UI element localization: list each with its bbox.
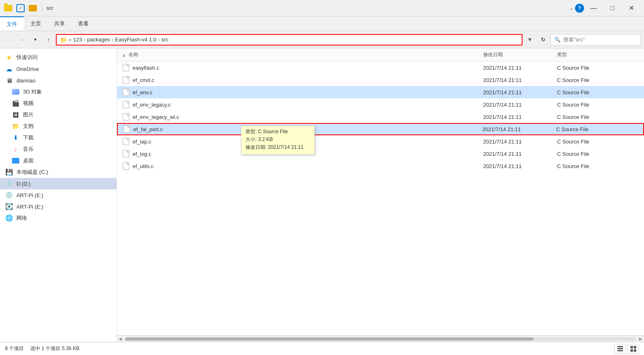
large-icons-view-icon <box>630 346 636 352</box>
sidebar-item-drive-e2[interactable]: 💽 ART-Pi (E:) <box>0 201 117 212</box>
file-row[interactable]: ef_env_legacy_wl.c 2021/7/14 21:11 C Sou… <box>117 111 644 123</box>
file-icon <box>122 137 130 146</box>
file-list-body[interactable]: easyflash.c 2021/7/14 21:11 C Source Fil… <box>117 61 644 335</box>
sidebar-item-documents[interactable]: 📁 文档 <box>0 121 117 132</box>
svg-rect-6 <box>634 349 636 352</box>
scroll-track[interactable] <box>125 337 636 341</box>
tab-share[interactable]: 共享 <box>48 16 71 31</box>
file-date: 2021/7/14 21:11 <box>483 163 557 169</box>
file-icon <box>123 125 131 133</box>
file-date: 2021/7/14 21:11 <box>483 114 557 120</box>
file-name: easyflash.c <box>133 65 483 71</box>
scroll-up-arrow[interactable]: ▲ <box>122 52 128 58</box>
file-row[interactable]: ef_iap.c 2021/7/14 21:11 C Source File <box>117 135 644 148</box>
file-row[interactable]: ef_utils.c 2021/7/14 21:11 C Source File <box>117 160 644 172</box>
up-button[interactable]: ↑ <box>43 34 54 46</box>
col-header-name[interactable]: 名称 <box>128 51 483 58</box>
close-button[interactable]: ✕ <box>622 0 641 16</box>
maximize-button[interactable]: □ <box>603 0 622 16</box>
folder-doc-icon: 📁 <box>11 122 20 130</box>
status-bar-right <box>614 344 639 354</box>
sidebar-label-onedrive: OneDrive <box>16 66 39 72</box>
search-box[interactable]: 🔍 <box>550 34 641 46</box>
file-date: 2021/7/14 21:11 <box>482 126 556 132</box>
title-bar-right: ⌄ ? <box>569 0 584 16</box>
tooltip-type: 类型: C Source File <box>245 128 310 135</box>
back-button[interactable]: ← <box>3 34 15 46</box>
svg-rect-1 <box>617 348 623 349</box>
sidebar-label-downloads: 下载 <box>23 134 34 141</box>
minimize-button[interactable]: — <box>584 0 603 16</box>
file-date: 2021/7/14 21:11 <box>483 139 557 145</box>
file-list-header: ▲ 名称 修改日期 类型 <box>117 48 644 61</box>
tab-file[interactable]: 文件 <box>0 16 24 31</box>
help-button[interactable]: ? <box>575 4 584 13</box>
scroll-right-button[interactable]: ▶ <box>637 336 644 342</box>
sidebar-item-drive-e1[interactable]: 💿 ART-Pi (E:) <box>0 189 117 201</box>
file-date: 2021/7/14 21:11 <box>483 89 557 96</box>
file-row-selected[interactable]: ef_fal_port.c 2021/7/14 21:11 C Source F… <box>117 123 644 135</box>
col-header-type[interactable]: 类型 <box>557 51 639 58</box>
file-name: ef_env.c <box>133 89 483 96</box>
sidebar-item-quick-access[interactable]: ★ 快速访问 <box>0 52 117 63</box>
file-row[interactable]: easyflash.c 2021/7/14 21:11 C Source Fil… <box>117 61 644 74</box>
file-row[interactable]: ef_env_legacy.c 2021/7/14 21:11 C Source… <box>117 98 644 111</box>
divider <box>42 4 42 12</box>
sidebar-item-3d-objects[interactable]: 3D 对象 <box>0 86 117 98</box>
path-segment-packages[interactable]: packages <box>87 36 110 43</box>
view-large-icons-button[interactable] <box>628 344 639 354</box>
file-type: C Source File <box>557 77 639 83</box>
recent-locations-button[interactable]: ▼ <box>30 34 41 46</box>
file-date: 2021/7/14 21:11 <box>483 65 557 71</box>
file-name: ef_env_legacy.c <box>133 102 483 108</box>
sidebar-item-pictures[interactable]: 🖼 图片 <box>0 109 117 121</box>
svg-rect-2 <box>617 350 623 351</box>
path-segment-easyflash[interactable]: EasyFlash-v4.1.0 <box>115 36 156 43</box>
file-type: C Source File <box>557 151 639 157</box>
sidebar-item-video[interactable]: 🎬 视频 <box>0 98 117 109</box>
search-icon: 🔍 <box>554 36 561 43</box>
svg-rect-4 <box>634 346 636 348</box>
sidebar-item-downloads[interactable]: ⬇ 下载 <box>0 132 117 143</box>
view-details-button[interactable] <box>614 344 626 354</box>
sidebar-item-network[interactable]: 🌐 网络 <box>0 212 117 224</box>
file-row[interactable]: ef_log.c 2021/7/14 21:11 C Source File <box>117 148 644 160</box>
sidebar-item-drive-d[interactable]: 💿 D (D:) <box>0 178 117 189</box>
forward-button[interactable]: → <box>16 34 28 46</box>
scroll-left-button[interactable]: ◀ <box>117 336 124 342</box>
file-icon <box>122 100 130 109</box>
sidebar-item-onedrive[interactable]: ☁ OneDrive <box>0 63 117 75</box>
refresh-button[interactable]: ↻ <box>537 34 549 46</box>
sidebar-item-drive-c[interactable]: 💾 本地磁盘 (C:) <box>0 166 117 178</box>
sidebar-item-desktop[interactable]: 桌面 <box>0 155 117 166</box>
ribbon-collapse-chevron[interactable]: ⌄ <box>569 5 573 11</box>
file-row[interactable]: ef_cmd.c 2021/7/14 21:11 C Source File <box>117 74 644 86</box>
file-name: ef_cmd.c <box>133 77 483 83</box>
path-segment-src[interactable]: src <box>161 36 168 43</box>
sidebar-item-music[interactable]: ♪ 音乐 <box>0 143 117 155</box>
scroll-thumb[interactable] <box>125 337 534 341</box>
drive-d-icon: 💿 <box>5 180 13 188</box>
file-row[interactable]: ef_env.c 2021/7/14 21:11 C Source File <box>117 86 644 98</box>
address-dropdown-button[interactable]: ▼ <box>524 34 536 46</box>
path-segment-123[interactable]: 123 <box>73 36 82 43</box>
drive-c-icon: 💾 <box>5 168 13 176</box>
tab-view[interactable]: 查看 <box>71 16 95 31</box>
file-icon <box>122 64 130 72</box>
sidebar-item-diannao[interactable]: 🖥 diannao <box>0 75 117 86</box>
svg-rect-3 <box>630 346 633 348</box>
sidebar-label-diannao: diannao <box>16 77 35 84</box>
folder-3d-icon <box>11 88 20 96</box>
cloud-icon: ☁ <box>5 65 13 73</box>
title-bar: ✓ src ⌄ ? — □ ✕ <box>0 0 644 16</box>
horizontal-scrollbar[interactable]: ◀ ▶ <box>117 335 644 342</box>
col-header-date[interactable]: 修改日期 <box>483 51 557 58</box>
file-icon <box>122 162 130 170</box>
file-icon <box>122 150 130 158</box>
file-type: C Source File <box>557 102 639 108</box>
pc-icon: 🖥 <box>5 76 13 84</box>
address-path[interactable]: 📁 « 123 › packages › EasyFlash-v4.1.0 › … <box>56 34 523 46</box>
tab-home[interactable]: 主页 <box>24 16 48 31</box>
search-input[interactable] <box>563 36 637 43</box>
sidebar-label-drive-d: D (D:) <box>16 181 31 187</box>
